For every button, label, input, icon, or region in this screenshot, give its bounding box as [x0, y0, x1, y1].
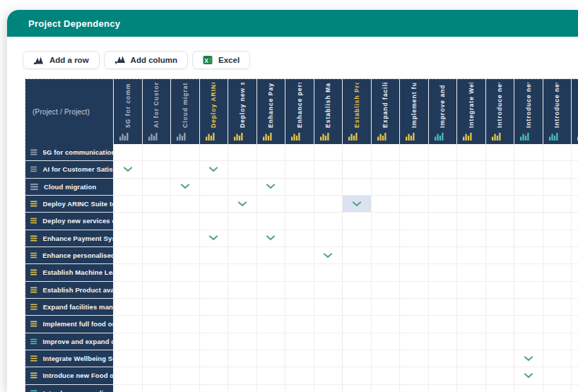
- dependency-cell-r7-c6[interactable]: [257, 247, 286, 264]
- dependency-cell-r6-c3[interactable]: [171, 230, 200, 247]
- dependency-cell-r2-c6[interactable]: [257, 161, 286, 178]
- dependency-cell-r8-c16[interactable]: [543, 264, 572, 281]
- dependency-cell-r10-c5[interactable]: [228, 299, 257, 316]
- dependency-cell-r15-c12[interactable]: [429, 385, 458, 392]
- column-header-1[interactable]: 5G for commu...: [114, 79, 143, 144]
- dependency-cell-r2-c7[interactable]: [285, 161, 314, 178]
- dependency-cell-r14-c4[interactable]: [200, 367, 229, 384]
- dependency-cell-r8-c4[interactable]: [200, 264, 229, 281]
- dependency-cell-r6-c12[interactable]: [429, 230, 458, 247]
- dependency-cell-r4-c1[interactable]: [114, 196, 143, 213]
- drag-handle-icon[interactable]: [30, 166, 37, 172]
- dependency-cell-r14-c15[interactable]: [514, 367, 543, 384]
- dependency-cell-r9-c16[interactable]: [543, 282, 572, 299]
- dependency-cell-r1-c3[interactable]: [171, 144, 200, 161]
- dependency-cell-r7-c11[interactable]: [400, 247, 429, 264]
- column-header-16[interactable]: Introduce new...: [543, 79, 572, 144]
- dependency-cell-r1-c17[interactable]: [572, 144, 578, 161]
- dependency-cell-r10-c16[interactable]: [543, 299, 572, 316]
- dependency-cell-r12-c11[interactable]: [400, 333, 429, 350]
- dependency-cell-r7-c14[interactable]: [486, 247, 515, 264]
- dependency-cell-r7-c7[interactable]: [285, 247, 314, 264]
- dependency-cell-r10-c10[interactable]: [372, 299, 401, 316]
- dependency-cell-r8-c17[interactable]: [572, 264, 578, 281]
- dependency-cell-r3-c2[interactable]: [143, 179, 172, 196]
- dependency-cell-r14-c12[interactable]: [429, 367, 458, 384]
- drag-handle-icon[interactable]: [30, 338, 37, 345]
- dependency-cell-r5-c12[interactable]: [429, 213, 458, 230]
- dependency-cell-r6-c17[interactable]: [572, 230, 578, 247]
- dependency-cell-r3-c7[interactable]: [285, 179, 314, 196]
- dependency-cell-r4-c12[interactable]: [429, 196, 458, 213]
- dependency-cell-r11-c4[interactable]: [200, 316, 229, 333]
- dependency-cell-r12-c14[interactable]: [486, 333, 515, 350]
- dependency-cell-r4-c16[interactable]: [543, 196, 572, 213]
- dependency-cell-r11-c13[interactable]: [457, 316, 486, 333]
- dependency-cell-r8-c3[interactable]: [171, 264, 200, 281]
- dependency-cell-r4-c3[interactable]: [171, 196, 200, 213]
- dependency-cell-r8-c10[interactable]: [372, 264, 401, 281]
- dependency-cell-r11-c15[interactable]: [514, 316, 543, 333]
- dependency-cell-r14-c8[interactable]: [314, 367, 343, 384]
- dependency-cell-r3-c1[interactable]: [114, 179, 143, 196]
- dependency-cell-r5-c3[interactable]: [171, 213, 200, 230]
- column-header-8[interactable]: Establish Mac...: [314, 79, 343, 144]
- dependency-cell-r7-c10[interactable]: [372, 247, 401, 264]
- drag-handle-icon[interactable]: [30, 304, 37, 310]
- dependency-cell-r10-c6[interactable]: [257, 299, 286, 316]
- dependency-cell-r2-c15[interactable]: [514, 161, 543, 178]
- column-header-14[interactable]: Introduce new...: [486, 79, 515, 144]
- dependency-cell-r13-c15[interactable]: [514, 350, 543, 367]
- dependency-cell-r13-c8[interactable]: [314, 350, 343, 367]
- dependency-cell-r13-c11[interactable]: [400, 350, 429, 367]
- dependency-cell-r3-c11[interactable]: [400, 179, 429, 196]
- dependency-cell-r9-c15[interactable]: [514, 282, 543, 299]
- dependency-cell-r7-c17[interactable]: [572, 247, 578, 264]
- dependency-cell-r7-c2[interactable]: [143, 247, 172, 264]
- dependency-cell-r13-c12[interactable]: [429, 350, 458, 367]
- dependency-cell-r6-c4[interactable]: [200, 230, 229, 247]
- dependency-cell-r8-c8[interactable]: [314, 264, 343, 281]
- dependency-cell-r14-c11[interactable]: [400, 367, 429, 384]
- dependency-cell-r10-c12[interactable]: [429, 299, 458, 316]
- column-header-4[interactable]: Deploy ARINC...: [200, 79, 229, 144]
- dependency-cell-r1-c14[interactable]: [486, 144, 515, 161]
- dependency-cell-r11-c9[interactable]: [343, 316, 372, 333]
- dependency-cell-r7-c9[interactable]: [343, 247, 372, 264]
- dependency-cell-r3-c3[interactable]: [171, 179, 200, 196]
- dependency-cell-r7-c3[interactable]: [171, 247, 200, 264]
- dependency-cell-r10-c3[interactable]: [171, 299, 200, 316]
- row-header-9[interactable]: Establish Product avail...: [25, 282, 114, 299]
- dependency-cell-r7-c5[interactable]: [228, 247, 257, 264]
- dependency-cell-r5-c17[interactable]: [572, 213, 578, 230]
- add-row-button[interactable]: Add a row: [23, 51, 100, 69]
- dependency-cell-r11-c2[interactable]: [143, 316, 172, 333]
- dependency-cell-r3-c12[interactable]: [429, 179, 458, 196]
- dependency-cell-r11-c10[interactable]: [372, 316, 401, 333]
- dependency-cell-r2-c2[interactable]: [143, 161, 172, 178]
- dependency-cell-r5-c1[interactable]: [114, 213, 143, 230]
- dependency-cell-r4-c9[interactable]: [343, 196, 372, 213]
- dependency-cell-r14-c1[interactable]: [114, 367, 143, 384]
- dependency-cell-r3-c4[interactable]: [200, 179, 229, 196]
- column-header-13[interactable]: Integrate Well...: [457, 79, 486, 144]
- dependency-cell-r1-c16[interactable]: [543, 144, 572, 161]
- dependency-cell-r15-c17[interactable]: [572, 385, 578, 392]
- dependency-cell-r2-c16[interactable]: [543, 161, 572, 178]
- dependency-cell-r15-c7[interactable]: [285, 385, 314, 392]
- dependency-cell-r11-c6[interactable]: [257, 316, 286, 333]
- dependency-cell-r1-c10[interactable]: [372, 144, 401, 161]
- dependency-cell-r2-c1[interactable]: [114, 161, 143, 178]
- dependency-cell-r8-c12[interactable]: [429, 264, 458, 281]
- row-header-2[interactable]: AI for Customer Satisfa...: [25, 161, 114, 178]
- dependency-cell-r2-c11[interactable]: [400, 161, 429, 178]
- dependency-cell-r3-c5[interactable]: [228, 179, 257, 196]
- dependency-cell-r12-c1[interactable]: [114, 333, 143, 350]
- dependency-cell-r13-c14[interactable]: [486, 350, 515, 367]
- column-header-6[interactable]: Enhance Paym...: [257, 79, 286, 144]
- row-header-15[interactable]: Introduce new online P...: [25, 385, 114, 392]
- dependency-cell-r3-c8[interactable]: [314, 179, 343, 196]
- dependency-cell-r6-c16[interactable]: [543, 230, 572, 247]
- row-header-6[interactable]: Enhance Payment Syst...: [25, 230, 114, 247]
- dependency-cell-r14-c3[interactable]: [171, 367, 200, 384]
